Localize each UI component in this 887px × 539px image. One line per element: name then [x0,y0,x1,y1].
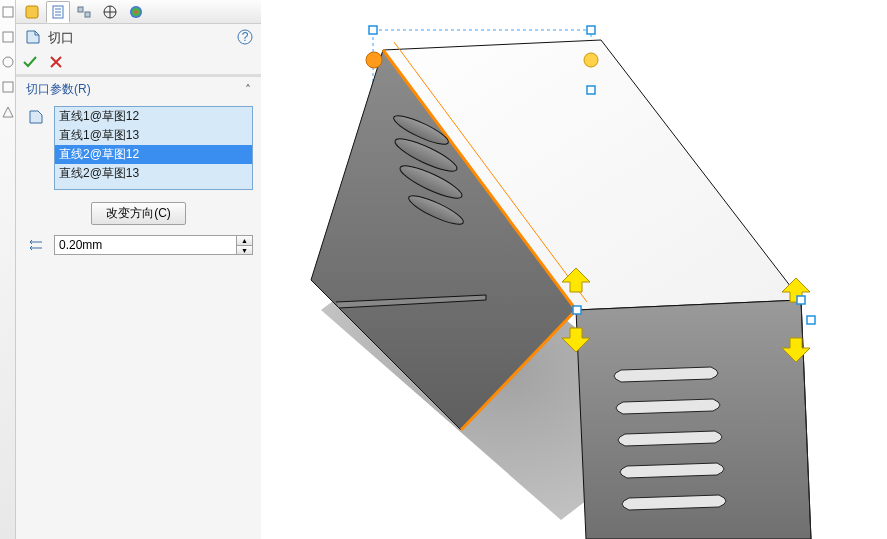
thickness-row: ▲ ▼ [16,233,261,257]
thickness-field[interactable] [55,238,236,252]
list-item[interactable]: 直线1@草图13 [55,126,252,145]
svg-rect-9 [78,7,83,12]
tab-dimxpert[interactable] [98,1,122,23]
section-body: 直线1@草图12直线1@草图13直线2@草图12直线2@草图13 [16,102,261,198]
help-icon[interactable]: ? [237,29,253,48]
feature-header: 切口 ? [16,24,261,52]
list-item[interactable]: 直线2@草图13 [55,164,252,183]
feature-icon [24,28,42,49]
tab-feature-manager[interactable] [20,1,44,23]
feature-title: 切口 [48,29,74,47]
svg-rect-41 [807,316,815,324]
3d-viewport[interactable] [261,0,887,539]
svg-rect-39 [797,296,805,304]
selection-icon [24,106,48,190]
spin-up[interactable]: ▲ [236,236,252,245]
tab-configuration-manager[interactable] [72,1,96,23]
selection-listbox[interactable]: 直线1@草图12直线1@草图13直线2@草图12直线2@草图13 [54,106,253,190]
svg-rect-37 [587,26,595,34]
tool-icon[interactable] [2,31,14,46]
svg-text:?: ? [242,30,249,44]
section-header[interactable]: 切口参数(R) ˄ [16,77,261,102]
tool-icon[interactable] [2,6,14,21]
svg-rect-0 [3,7,13,17]
chevron-up-icon: ˄ [245,83,251,97]
svg-rect-4 [26,6,38,18]
section-title: 切口参数(R) [26,81,91,98]
svg-rect-3 [3,82,13,92]
change-direction-button[interactable]: 改变方向(C) [91,202,186,225]
tab-appearances[interactable] [124,1,148,23]
list-item[interactable]: 直线1@草图12 [55,107,252,126]
svg-rect-10 [85,12,90,17]
tool-icon[interactable] [2,81,14,96]
thickness-input[interactable]: ▲ ▼ [54,235,253,255]
tab-property-manager[interactable] [46,1,70,23]
confirm-bar [16,52,261,74]
ok-button[interactable] [22,54,38,73]
list-item[interactable]: 直线2@草图12 [55,145,252,164]
svg-point-14 [130,6,142,18]
svg-rect-36 [369,26,377,34]
svg-rect-38 [587,86,595,94]
thickness-icon [24,236,48,254]
svg-point-2 [3,57,13,67]
panel-tabs [16,0,261,24]
cancel-button[interactable] [48,54,64,73]
tool-icon[interactable] [2,56,14,71]
svg-rect-40 [573,306,581,314]
svg-point-31 [584,53,598,67]
tool-icon[interactable] [2,106,14,121]
svg-rect-1 [3,32,13,42]
svg-point-30 [366,52,382,68]
left-micro-toolbar [0,0,16,539]
property-manager-panel: 切口 ? 切口参数(R) ˄ 直线1@草图12直线1@草图13直线2@草图12直… [16,0,261,539]
spin-down[interactable]: ▼ [236,245,252,254]
